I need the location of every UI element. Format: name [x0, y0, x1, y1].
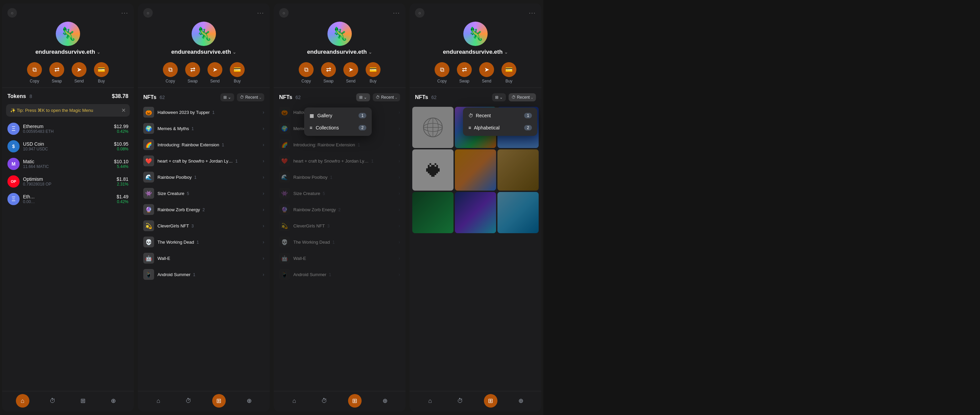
list-item[interactable]: 🎃 Halloween 2023 by Tupper 1 ›: [141, 104, 267, 120]
swap-button-4[interactable]: ⇄ Swap: [457, 62, 472, 83]
gallery-item-4[interactable]: [455, 149, 496, 191]
sort-recent-item[interactable]: ⏱ Recent 1: [463, 110, 537, 122]
gallery-item-5[interactable]: [498, 149, 539, 191]
view-toggle-btn-4[interactable]: ⊞ ⌄: [492, 93, 506, 102]
view-toggle-btn-3[interactable]: ⊞ ⌄: [356, 93, 370, 102]
svg-rect-10: [428, 167, 438, 168]
send-button-1[interactable]: ➤ Send: [72, 62, 86, 83]
nav-activity-btn-4[interactable]: ⏱: [453, 394, 467, 407]
copy-button-3[interactable]: ⧉ Copy: [299, 62, 313, 83]
divider-3: [274, 87, 406, 88]
nav-grid-btn-3[interactable]: ⊞: [348, 394, 361, 407]
nav-globe-btn-1[interactable]: ⊕: [107, 394, 120, 407]
list-item: 👾 Size Creature 5 ›: [277, 185, 403, 202]
buy-button-2[interactable]: 💳 Buy: [230, 62, 245, 83]
token-item-usdc[interactable]: $ USD Coin 10.947 USDC $10.95 0.08%: [5, 138, 131, 155]
more-menu-button-3[interactable]: ···: [393, 10, 400, 17]
sort-btn-3[interactable]: ⏱ Recent ⌄: [373, 93, 400, 102]
send-button-3[interactable]: ➤ Send: [343, 62, 358, 83]
recent-icon: ⏱: [468, 113, 473, 118]
nft-thumb: 🎃: [143, 107, 154, 118]
list-item[interactable]: 🤖 Wall-E ›: [141, 250, 267, 266]
more-menu-button-4[interactable]: ···: [529, 10, 536, 17]
gallery-item-6[interactable]: [412, 192, 453, 233]
dropdown-collections-item[interactable]: ≡ Collections 2: [304, 122, 372, 134]
copy-button-4[interactable]: ⧉ Copy: [434, 62, 449, 83]
copy-button-2[interactable]: ⧉ Copy: [163, 62, 178, 83]
sort-btn-4[interactable]: ⏱ Recent ⌄: [509, 93, 536, 102]
view-toggle-btn-2[interactable]: ⊞ ⌄: [220, 93, 234, 102]
list-item[interactable]: 📱 Android Summer 1 ›: [141, 266, 267, 283]
nav-grid-btn-4[interactable]: ⊞: [484, 394, 498, 407]
token-item-eth2[interactable]: Ξ Eth… 0.00… $1.49 0.42%: [5, 190, 131, 208]
copy-icon-3: ⧉: [299, 62, 313, 77]
nav-grid-btn-1[interactable]: ⊞: [76, 394, 90, 407]
avatar-area-1: endureandsurvive.eth ⌄: [2, 19, 134, 59]
list-item[interactable]: ❤️ heart + craft by Snowfro + Jordan Ly……: [141, 153, 267, 169]
swap-button-2[interactable]: ⇄ Swap: [185, 62, 200, 83]
tokens-count: 8: [29, 94, 32, 99]
more-menu-button-1[interactable]: ···: [121, 10, 129, 17]
token-name-op: Optimism: [23, 176, 113, 182]
nav-activity-btn-2[interactable]: ⏱: [182, 394, 195, 407]
nav-globe-btn-4[interactable]: ⊕: [514, 394, 528, 407]
nft-name: Rainbow Poolboy 1: [158, 175, 259, 180]
token-values-eth2: $1.49 0.42%: [116, 194, 129, 204]
buy-button-1[interactable]: 💳 Buy: [94, 62, 109, 83]
swap-button-1[interactable]: ⇄ Swap: [49, 62, 64, 83]
svg-rect-6: [434, 163, 436, 165]
wallet-name-4[interactable]: endureandsurvive.eth ⌄: [443, 49, 508, 56]
send-button-2[interactable]: ➤ Send: [207, 62, 222, 83]
list-item[interactable]: 🌊 Rainbow Poolboy 1 ›: [141, 169, 267, 185]
sort-alpha-item[interactable]: ≡ Alphabetical 2: [463, 122, 537, 134]
action-buttons-4: ⧉ Copy ⇄ Swap ➤ Send 💳 Buy: [410, 62, 541, 83]
gallery-icon: ▦: [310, 113, 314, 118]
token-name-matic: Matic: [23, 159, 110, 164]
list-item[interactable]: 💫 CleverGirls NFT 3 ›: [141, 218, 267, 234]
nav-grid-btn-2[interactable]: ⊞: [212, 394, 226, 407]
wallet-name-3[interactable]: endureandsurvive.eth ⌄: [307, 49, 372, 56]
list-item[interactable]: 💀 The Working Dead 1 ›: [141, 234, 267, 250]
tip-close-button[interactable]: ✕: [121, 107, 126, 114]
buy-button-4[interactable]: 💳 Buy: [501, 62, 516, 83]
token-icon-matic: M: [8, 158, 20, 170]
send-button-4[interactable]: ➤ Send: [479, 62, 494, 83]
more-menu-button-2[interactable]: ···: [257, 10, 264, 17]
chevron-down-icon-1: ⌄: [97, 50, 100, 55]
panel-icon-1: ○: [8, 8, 17, 17]
dropdown-gallery-item[interactable]: ▦ Gallery 1: [304, 110, 372, 122]
copy-button-1[interactable]: ⧉ Copy: [27, 62, 42, 83]
token-list: Ξ Ethereum 0.00595483 ETH $12.99 0.42% $…: [2, 120, 134, 208]
divider-2: [138, 87, 270, 88]
nav-home-btn-4[interactable]: ⌂: [423, 394, 437, 407]
list-item[interactable]: 🌈 Introducing: Rainbow Extension 1 ›: [141, 137, 267, 153]
panel-icon-2: ○: [143, 8, 153, 17]
nft-thumb: 🌍: [279, 123, 290, 134]
nav-home-btn-2[interactable]: ⌂: [152, 394, 165, 407]
wallet-name-2[interactable]: endureandsurvive.eth ⌄: [171, 49, 237, 56]
gallery-item-0[interactable]: [412, 107, 453, 148]
panel-icon-3: ○: [279, 8, 289, 17]
nav-activity-btn-1[interactable]: ⏱: [46, 394, 59, 407]
list-item[interactable]: 👾 Size Creature 5 ›: [141, 185, 267, 202]
chevron-right-icon: ›: [398, 174, 400, 180]
token-item-op[interactable]: OP Optimism 0.79028018 OP $1.81 2.31%: [5, 173, 131, 190]
gallery-item-8[interactable]: [498, 192, 539, 233]
gallery-item-7[interactable]: [455, 192, 496, 233]
wallet-name-1[interactable]: endureandsurvive.eth ⌄: [35, 49, 101, 56]
nav-globe-btn-3[interactable]: ⊕: [378, 394, 392, 407]
token-item-eth[interactable]: Ξ Ethereum 0.00595483 ETH $12.99 0.42%: [5, 120, 131, 138]
gallery-item-3[interactable]: [412, 149, 453, 191]
list-item[interactable]: 🌍 Memes & Myths 1 ›: [141, 120, 267, 137]
nft-thumb: 👾: [143, 188, 154, 199]
token-item-matic[interactable]: M Matic 11.664 MATIC $10.10 5.44%: [5, 155, 131, 173]
nav-globe-btn-2[interactable]: ⊕: [242, 394, 256, 407]
swap-button-3[interactable]: ⇄ Swap: [321, 62, 336, 83]
buy-button-3[interactable]: 💳 Buy: [366, 62, 380, 83]
sort-btn-2[interactable]: ⏱ Recent ⌄: [237, 93, 264, 102]
token-pct-op: 2.31%: [116, 182, 129, 186]
nav-home-btn-1[interactable]: ⌂: [16, 394, 29, 407]
nav-activity-btn-3[interactable]: ⏱: [318, 394, 331, 407]
list-item[interactable]: 🔮 Rainbow Zorb Energy 2 ›: [141, 202, 267, 218]
nav-home-btn-3[interactable]: ⌂: [288, 394, 301, 407]
